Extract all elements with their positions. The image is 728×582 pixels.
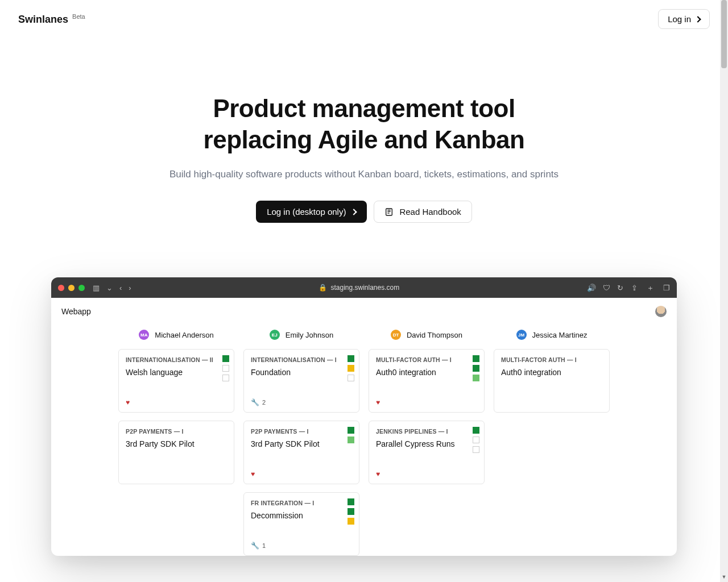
chevron-right-icon — [351, 209, 357, 215]
status-square — [348, 508, 354, 515]
status-square — [348, 436, 354, 443]
wrench-icon: 🔧 — [251, 542, 259, 550]
column-name: David Thompson — [407, 331, 462, 339]
card-label: INTERNATIONALISATION — II — [126, 356, 227, 363]
card-footer: ♥ — [376, 398, 380, 406]
column-avatar: EJ — [270, 330, 280, 340]
card-footer: ♥ — [251, 470, 255, 478]
plus-icon: ＋ — [647, 284, 654, 292]
login-label: Log in — [668, 14, 691, 24]
card-label: FR INTEGRATION — I — [251, 500, 352, 506]
titlebar-right-group: ⇪ ＋ ❐ — [631, 284, 670, 292]
scroll-down-icon[interactable]: ▼ — [720, 574, 728, 582]
address-url: staging.swinlanes.com — [330, 284, 399, 292]
app-title: Webapp — [61, 307, 91, 316]
column-avatar: MA — [139, 330, 149, 340]
board-column: EJEmily JohnsonINTERNATIONALISATION — IF… — [243, 330, 359, 556]
hero-subtitle: Build high-quality software products wit… — [23, 169, 705, 180]
card-foot-count: 2 — [262, 399, 266, 406]
status-square — [348, 355, 354, 362]
hero-title: Product management tool replacing Agile … — [23, 93, 705, 155]
card-label: JENKINS PIPELINES — I — [376, 428, 477, 435]
card-footer: 🔧2 — [251, 398, 266, 406]
browser-mockup: ▥ ⌄ ‹ › 🔒 staging.swinlanes.com 🔊 🛡 ↻ ⇪ … — [51, 277, 677, 556]
board-column: DTDavid ThompsonMULTI-FACTOR AUTH — IAut… — [369, 330, 485, 556]
card-title: Auth0 integration — [501, 368, 602, 377]
sidebar-icon: ▥ — [93, 284, 100, 292]
status-square — [348, 498, 354, 505]
cta-handbook-label: Read Handbook — [399, 207, 461, 217]
reload-icon: ↻ — [617, 284, 623, 292]
status-square — [473, 375, 479, 381]
card-label: P2P PAYMENTS — I — [126, 428, 227, 435]
column-header: EJEmily Johnson — [243, 330, 359, 340]
user-avatar — [655, 306, 667, 317]
board-column: JMJessica MartinezMULTI-FACTOR AUTH — IA… — [494, 330, 610, 556]
card-label: INTERNATIONALISATION — I — [251, 356, 352, 363]
hero-title-line2: replacing Agile and Kanban — [204, 126, 525, 153]
card[interactable]: MULTI-FACTOR AUTH — IAuth0 integration♥ — [369, 349, 485, 413]
card-label: MULTI-FACTOR AUTH — I — [501, 356, 602, 363]
hero-title-line1: Product management tool — [213, 94, 515, 122]
status-square — [473, 427, 479, 434]
cta-login-label: Log in (desktop only) — [267, 207, 346, 217]
book-icon — [384, 207, 394, 217]
titlebar-mid-group: 🔊 🛡 ↻ — [587, 284, 623, 292]
status-square — [348, 365, 354, 372]
status-square — [222, 355, 229, 362]
brand-badge: Beta — [72, 13, 85, 20]
share-icon: ⇪ — [631, 284, 638, 292]
board: MAMichael AndersonINTERNATIONALISATION —… — [61, 317, 667, 556]
card[interactable]: JENKINS PIPELINES — IParallel Cypress Ru… — [369, 421, 485, 484]
status-square — [348, 427, 354, 434]
cta-handbook-button[interactable]: Read Handbook — [374, 201, 471, 223]
heart-icon: ♥ — [251, 470, 255, 478]
status-stack — [473, 427, 479, 453]
card-title: Parallel Cypress Runs — [376, 439, 477, 448]
titlebar-left-group: ▥ ⌄ ‹ › — [93, 284, 131, 292]
card-footer: 🔧1 — [251, 542, 266, 550]
minimize-light-icon — [68, 285, 75, 291]
column-header: DTDavid Thompson — [369, 330, 485, 340]
card[interactable]: INTERNATIONALISATION — IIWelsh language♥ — [118, 349, 234, 413]
card-title: Welsh language — [126, 368, 227, 377]
card-label: MULTI-FACTOR AUTH — I — [376, 356, 477, 363]
back-icon: ‹ — [119, 284, 122, 292]
scrollbar[interactable]: ▼ — [720, 0, 728, 582]
status-stack — [348, 427, 354, 443]
status-square — [473, 365, 479, 372]
login-button[interactable]: Log in — [658, 9, 710, 29]
status-square — [348, 518, 354, 525]
column-name: Jessica Martinez — [532, 331, 588, 339]
cta-login-button[interactable]: Log in (desktop only) — [256, 201, 367, 223]
card[interactable]: P2P PAYMENTS — I3rd Party SDK Pilot — [118, 421, 234, 484]
status-square — [222, 375, 229, 381]
card-title: 3rd Party SDK Pilot — [126, 439, 227, 448]
column-name: Emily Johnson — [286, 331, 334, 339]
status-stack — [473, 355, 479, 381]
browser-titlebar: ▥ ⌄ ‹ › 🔒 staging.swinlanes.com 🔊 🛡 ↻ ⇪ … — [51, 277, 677, 298]
close-light-icon — [58, 285, 64, 291]
status-square — [473, 355, 479, 362]
status-stack — [348, 498, 354, 525]
lock-icon: 🔒 — [318, 284, 327, 292]
card-title: 3rd Party SDK Pilot — [251, 439, 352, 448]
cta-row: Log in (desktop only) Read Handbook — [23, 201, 705, 223]
address-bar: 🔒 staging.swinlanes.com — [139, 284, 579, 292]
column-avatar: DT — [391, 330, 401, 340]
card[interactable]: P2P PAYMENTS — I3rd Party SDK Pilot♥ — [243, 421, 359, 484]
sound-icon: 🔊 — [587, 284, 596, 292]
tabs-icon: ❐ — [663, 284, 670, 292]
hero: Product management tool replacing Agile … — [0, 38, 728, 246]
brand-name: Swinlanes — [18, 14, 68, 25]
card-footer: ♥ — [376, 470, 380, 478]
card[interactable]: INTERNATIONALISATION — IFoundation🔧2 — [243, 349, 359, 413]
card[interactable]: FR INTEGRATION — IDecommission🔧1 — [243, 492, 359, 556]
status-square — [473, 446, 479, 453]
scrollbar-thumb[interactable] — [721, 0, 727, 68]
app-chrome: Webapp MAMichael AndersonINTERNATIONALIS… — [51, 298, 677, 556]
card-footer: ♥ — [126, 398, 130, 406]
chevron-right-icon — [694, 16, 701, 22]
card[interactable]: MULTI-FACTOR AUTH — IAuth0 integration — [494, 349, 610, 413]
status-square — [222, 365, 229, 372]
